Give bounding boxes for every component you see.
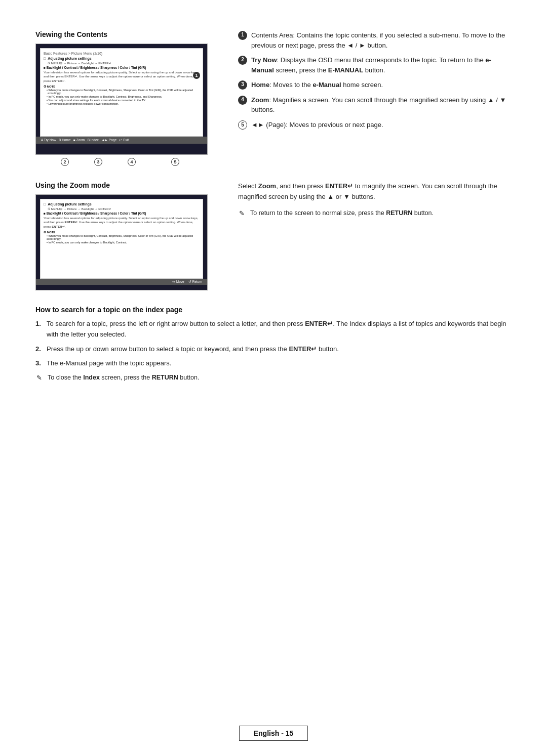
zoom-content-area: □ Adjusting picture settings ⑤ MENU⊞ → P… xyxy=(40,199,203,279)
item-5-content: ◄► (Page): Moves to previous or next pag… xyxy=(251,120,512,130)
index-note-text: To close the Index screen, press the RET… xyxy=(48,373,199,383)
item-2-content: Try Now: Displays the OSD menu that corr… xyxy=(251,55,512,75)
screen-content-area: Basic Features > Picture Menu (2/16) □ A… xyxy=(40,48,203,137)
index-item-2-num: 2. xyxy=(35,344,43,355)
screen-body-text: Your television has several options for … xyxy=(44,70,200,83)
right-arrow: ► xyxy=(194,90,201,98)
zoom-body: Your television has several options for … xyxy=(44,216,200,229)
zoom-mode-left: Using the Zoom mode □ Adjusting picture … xyxy=(35,181,218,290)
footer: English - 15 xyxy=(0,726,547,741)
index-ordered-list: 1. To search for a topic, press the left… xyxy=(35,319,512,369)
item-4-num: 4 xyxy=(238,96,247,105)
index-item-3: 3. The e-Manual page with the topic appe… xyxy=(35,358,512,369)
zoom-mode-right: Select Zoom, and then press ENTER↵ to ma… xyxy=(238,181,512,290)
item-3-content: Home: Moves to the e-Manual home screen. xyxy=(251,80,512,90)
index-item-2-text: Press the up or down arrow button to sel… xyxy=(47,344,339,355)
annot-2: 2 xyxy=(61,158,69,166)
viewing-contents-screen: Basic Features > Picture Menu (2/16) □ A… xyxy=(35,44,208,155)
footer-box: English - 15 xyxy=(239,726,308,741)
screen-note2: • In PC mode, you can only make changes … xyxy=(47,95,200,98)
zoom-note-content: To return to the screen to normal size, … xyxy=(250,208,434,219)
screen-menu-item1: Adjusting picture settings xyxy=(48,57,91,60)
zoom-note-title: ② NOTE xyxy=(44,230,200,234)
viewing-contents-left: Viewing the Contents Basic Features > Pi… xyxy=(35,30,218,166)
annotation-1-marker: 1 xyxy=(193,72,200,79)
index-section-title: How to search for a topic on the index p… xyxy=(35,306,512,314)
zoom-note1: • When you make changes to Backlight, Co… xyxy=(47,234,200,240)
zoom-checkbox: □ xyxy=(44,202,46,206)
screen-note1: • When you make changes to Backlight, Co… xyxy=(47,89,200,95)
annot-3: 3 xyxy=(94,158,102,166)
annot-4: 4 xyxy=(128,158,136,166)
index-item-2: 2. Press the up or down arrow button to … xyxy=(35,344,512,355)
screen-notes: • When you make changes to Backlight, Co… xyxy=(47,89,200,105)
screen-checkbox-icon: □ xyxy=(44,57,46,60)
screen-note4: • Lowering picture brightness reduces po… xyxy=(47,102,200,105)
zoom-return-label: ↺ Return xyxy=(188,280,202,284)
zoom-mode-section: Using the Zoom mode □ Adjusting picture … xyxy=(35,181,512,290)
index-section: How to search for a topic on the index p… xyxy=(35,306,512,383)
item-1-num: 1 xyxy=(238,31,247,40)
screen-header: Basic Features > Picture Menu (2/16) xyxy=(44,52,200,55)
zoom-note-text: ✎ To return to the screen to normal size… xyxy=(239,208,512,219)
zoom-menu-item: ■ Backlight / Contrast / Brightness / Sh… xyxy=(44,212,200,215)
zoom-mode-title: Using the Zoom mode xyxy=(35,181,218,189)
screen-bottom-text: A Try Now B Home ■ Zoom B Index ◄► Page … xyxy=(41,138,129,142)
item-4-content: Zoom: Magnifies a screen. You can scroll… xyxy=(251,95,512,115)
annotation-row: 2 3 4 5 xyxy=(61,158,218,166)
item-1-content: Contents Area: Contains the topic conten… xyxy=(251,30,512,50)
footer-text: English - 15 xyxy=(254,729,294,737)
zoom-section-title: Adjusting picture settings xyxy=(48,202,91,206)
screen-note3: • You can adjust and store settings for … xyxy=(47,99,200,102)
viewing-contents-title: Viewing the Contents xyxy=(35,30,218,38)
list-item-5: 5 ◄► (Page): Moves to previous or next p… xyxy=(238,120,512,130)
zoom-bottom-bar: ⇔ Move ↺ Return xyxy=(36,279,207,285)
item-3-num: 3 xyxy=(238,80,247,90)
index-item-1-text: To search for a topic, press the left or… xyxy=(47,319,512,340)
page: Viewing the Contents Basic Features > Pi… xyxy=(0,0,547,756)
list-item-4: 4 Zoom: Magnifies a screen. You can scro… xyxy=(238,95,512,115)
list-item-3: 3 Home: Moves to the e-Manual home scree… xyxy=(238,80,512,90)
zoom-header-row: □ Adjusting picture settings xyxy=(44,202,200,206)
zoom-screen: □ Adjusting picture settings ⑤ MENU⊞ → P… xyxy=(35,194,208,290)
zoom-note2: • In PC mode, you can only make changes … xyxy=(47,241,200,244)
index-note-icon: ✎ xyxy=(36,373,45,383)
index-item-3-num: 3. xyxy=(35,358,43,369)
index-item-3-text: The e-Manual page with the topic appears… xyxy=(47,358,171,369)
screen-submenu1: ⑤ MENU⊞ → Picture → Backlight → ENTER↵ xyxy=(48,61,200,65)
zoom-notes: • When you make changes to Backlight, Co… xyxy=(47,234,200,244)
screen-menu-item2: ■ Backlight / Contrast / Brightness / Sh… xyxy=(44,66,200,69)
left-arrow: ◄ xyxy=(42,90,49,98)
index-note: ✎ To close the Index screen, press the R… xyxy=(36,373,512,383)
screen-bottom-bar: A Try Now B Home ■ Zoom B Index ◄► Page … xyxy=(36,137,207,144)
item-2-num: 2 xyxy=(238,56,247,65)
index-item-1-num: 1. xyxy=(35,319,43,340)
viewing-contents-list: 1 Contents Area: Contains the topic cont… xyxy=(238,30,512,130)
viewing-contents-right: 1 Contents Area: Contains the topic cont… xyxy=(238,30,512,166)
zoom-move-label: ⇔ Move xyxy=(172,280,184,284)
viewing-contents-section: Viewing the Contents Basic Features > Pi… xyxy=(35,30,512,166)
zoom-paragraph: Select Zoom, and then press ENTER↵ to ma… xyxy=(238,181,512,202)
list-item-2: 2 Try Now: Displays the OSD menu that co… xyxy=(238,55,512,75)
index-item-1: 1. To search for a topic, press the left… xyxy=(35,319,512,340)
zoom-submenu: ⑤ MENU⊞ → Picture → Backlight → ENTER↵ xyxy=(48,207,200,211)
list-item-1: 1 Contents Area: Contains the topic cont… xyxy=(238,30,512,50)
annot-5: 5 xyxy=(171,158,179,166)
item-5-num: 5 xyxy=(238,120,247,130)
zoom-note-icon: ✎ xyxy=(239,208,247,219)
screen-note-title: ② NOTE xyxy=(44,85,200,88)
